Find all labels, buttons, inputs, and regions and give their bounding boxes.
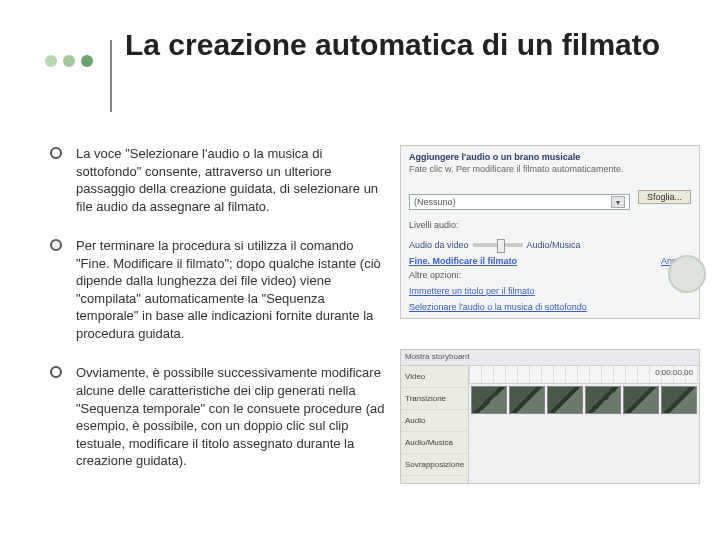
levels-label: Livelli audio: xyxy=(409,220,691,230)
timeline-panel: Mostra storyboard Video Transizione Audi… xyxy=(400,349,700,484)
chevron-down-icon[interactable]: ▾ xyxy=(611,196,625,208)
audio-select[interactable]: (Nessuno) ▾ xyxy=(409,194,630,210)
track-label: Audio/Musica xyxy=(401,432,468,454)
timeline-header: Mostra storyboard xyxy=(401,350,699,366)
track-label: Transizione xyxy=(401,388,468,410)
option-link[interactable]: Immettere un titolo per il filmato xyxy=(409,286,661,296)
bullet-icon xyxy=(50,147,62,159)
clip-thumb[interactable] xyxy=(661,386,697,414)
track-labels: Video Transizione Audio Audio/Musica Sov… xyxy=(401,366,469,483)
dot xyxy=(45,55,57,67)
list-item: Per terminare la procedura si utilizza i… xyxy=(50,237,390,342)
audio-level-slider[interactable] xyxy=(473,243,523,247)
dot xyxy=(63,55,75,67)
bullet-icon xyxy=(50,239,62,251)
clip-thumb[interactable] xyxy=(623,386,659,414)
bullet-list: La voce "Selezionare l'audio o la musica… xyxy=(50,145,390,492)
clip-thumb[interactable] xyxy=(471,386,507,414)
browse-button[interactable]: Sfoglia... xyxy=(638,190,691,204)
vertical-rule xyxy=(110,40,112,112)
select-value: (Nessuno) xyxy=(414,197,456,207)
panel-header: Aggiungere l'audio o un brano musicale xyxy=(409,152,691,162)
accent-dots xyxy=(45,55,93,67)
bullet-text: Ovviamente, è possibile successivamente … xyxy=(76,364,390,469)
other-options-label: Altre opzioni: xyxy=(409,270,661,280)
clip-thumb[interactable] xyxy=(547,386,583,414)
reel-icon xyxy=(668,255,706,293)
wizard-audio-panel: Aggiungere l'audio o un brano musicale F… xyxy=(400,145,700,319)
page-title: La creazione automatica di un filmato xyxy=(125,28,685,63)
timeline-track[interactable]: 0:00:00,00 xyxy=(469,366,699,416)
bullet-icon xyxy=(50,366,62,378)
track-label: Audio xyxy=(401,410,468,432)
storyboard-toggle[interactable]: Mostra storyboard xyxy=(405,352,469,361)
panel-sub: Fate clic w. Per modificare il filmato a… xyxy=(409,164,691,174)
track-label: Sovrapposizione xyxy=(401,454,468,476)
level-right-label: Audio/Musica xyxy=(527,240,581,250)
list-item: La voce "Selezionare l'audio o la musica… xyxy=(50,145,390,215)
dot xyxy=(81,55,93,67)
figures: Aggiungere l'audio o un brano musicale F… xyxy=(400,145,700,484)
timecode: 0:00:00,00 xyxy=(469,366,699,379)
clip-thumb[interactable] xyxy=(585,386,621,414)
clip-thumb[interactable] xyxy=(509,386,545,414)
list-item: Ovviamente, è possibile successivamente … xyxy=(50,364,390,469)
level-left-label: Audio da video xyxy=(409,240,469,250)
track-label: Video xyxy=(401,366,468,388)
bullet-text: Per terminare la procedura si utilizza i… xyxy=(76,237,390,342)
option-link[interactable]: Selezionare l'audio o la musica di sotto… xyxy=(409,302,661,312)
time-ruler: 0:00:00,00 xyxy=(469,366,699,384)
finish-link[interactable]: Fine. Modificare il filmato xyxy=(409,256,661,266)
bullet-text: La voce "Selezionare l'audio o la musica… xyxy=(76,145,390,215)
